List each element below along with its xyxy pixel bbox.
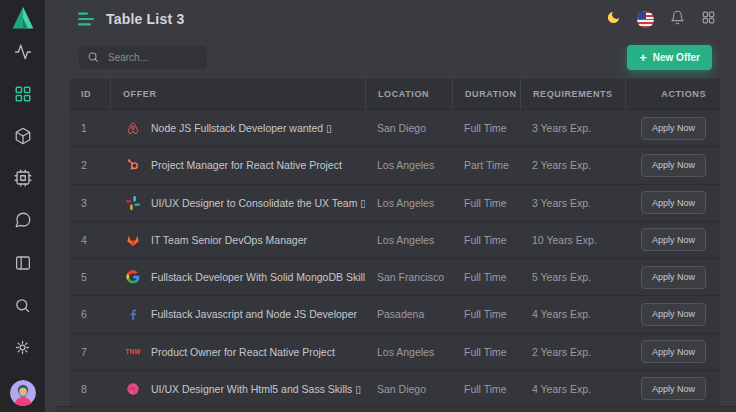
google-icon [125, 269, 141, 285]
sidebar [0, 0, 45, 412]
duration-cell: Full Time [452, 308, 520, 320]
offer-title: Project Manager for React Native Project [151, 159, 342, 171]
table-body: 1 Node JS Fullstack Developer wanted ▯ S… [70, 109, 720, 407]
column-header-duration: DURATION [452, 79, 520, 109]
apply-now-button[interactable]: Apply Now [641, 191, 706, 214]
apply-now-button[interactable]: Apply Now [641, 303, 706, 326]
sidebar-item-layout[interactable] [14, 254, 32, 272]
column-header-requirements: REQUIREMENTS [520, 79, 625, 109]
location-cell: Los Angeles [365, 159, 452, 171]
gitlab-icon [125, 232, 141, 248]
notifications-button[interactable] [670, 10, 685, 29]
language-selector[interactable] [637, 11, 654, 28]
apply-now-button[interactable]: Apply Now [641, 266, 706, 289]
row-id: 3 [70, 197, 110, 209]
table-row: 8 UI/UX Designer With Html5 and Sass Ski… [70, 370, 720, 407]
moon-icon [606, 10, 621, 29]
apply-now-button[interactable]: Apply Now [641, 117, 706, 140]
location-cell: San Diego [365, 122, 452, 134]
sidebar-nav [14, 43, 32, 229]
app-window: Table List 3 [0, 0, 736, 412]
bell-icon [670, 10, 685, 29]
row-id: 4 [70, 234, 110, 246]
search-icon [14, 297, 31, 314]
table-row: 3 UI/UX Designer to Consolidate the UX T… [70, 184, 720, 221]
offer-title: Fullstack Developer With Solid MongoDB S… [151, 271, 365, 283]
offer-title: Node JS Fullstack Developer wanted ▯ [151, 122, 332, 134]
new-offer-label: New Offer [653, 52, 700, 63]
offers-table: ID OFFER LOCATION DURATION REQUIREMENTS … [70, 79, 720, 407]
grid-icon [14, 85, 32, 103]
theme-toggle[interactable] [606, 10, 621, 29]
sidebar-item-components[interactable] [14, 127, 32, 145]
requirements-cell: 10 Years Exp. [520, 234, 625, 246]
search-icon [87, 49, 99, 67]
row-id: 7 [70, 346, 110, 358]
table-row: 6 Fullstack Javascript and Node JS Devel… [70, 295, 720, 332]
row-id: 8 [70, 383, 110, 395]
apps-menu-button[interactable] [701, 10, 716, 29]
topbar: Table List 3 [78, 0, 716, 38]
topbar-actions [606, 10, 716, 29]
apply-now-button[interactable]: Apply Now [641, 340, 706, 363]
table-row: 2 Project Manager for React Native Proje… [70, 146, 720, 183]
us-flag-icon [637, 11, 654, 28]
table-row: 5 Fullstack Developer With Solid MongoDB… [70, 258, 720, 295]
new-offer-button[interactable]: + New Offer [627, 45, 712, 70]
location-cell: Pasadena [365, 308, 452, 320]
apply-now-button[interactable]: Apply Now [641, 377, 706, 400]
duration-cell: Full Time [452, 122, 520, 134]
apps-icon [701, 10, 716, 29]
column-header-offer: OFFER [110, 79, 365, 109]
requirements-cell: 2 Years Exp. [520, 346, 625, 358]
duration-cell: Part Time [452, 159, 520, 171]
search-input[interactable] [106, 51, 199, 64]
apply-now-button[interactable]: Apply Now [641, 154, 706, 177]
location-cell: Los Angeles [365, 234, 452, 246]
location-cell: Los Angeles [365, 346, 452, 358]
chat-icon [14, 211, 32, 229]
cpu-icon [14, 169, 32, 187]
requirements-cell: 2 Years Exp. [520, 159, 625, 171]
activity-icon [14, 43, 32, 61]
table-row: 7 TNW Product Owner for React Native Pro… [70, 333, 720, 370]
duration-cell: Full Time [452, 271, 520, 283]
requirements-cell: 5 Years Exp. [520, 271, 625, 283]
offer-title: Product Owner for React Native Project [151, 346, 335, 358]
hubspot-icon [125, 157, 141, 173]
row-id: 2 [70, 159, 110, 171]
offer-title: UI/UX Designer With Html5 and Sass Skill… [151, 383, 361, 395]
location-cell: San Francisco [365, 271, 452, 283]
apply-now-button[interactable]: Apply Now [641, 228, 706, 251]
sidebar-item-chat[interactable] [14, 211, 32, 229]
offer-title: Fullstack Javascript and Node JS Develop… [151, 308, 357, 320]
row-id: 5 [70, 271, 110, 283]
layout-panel-icon [14, 254, 32, 272]
location-cell: San Diego [365, 383, 452, 395]
sidebar-item-search[interactable] [14, 296, 32, 314]
app-logo[interactable] [9, 5, 37, 35]
page-title: Table List 3 [106, 11, 184, 27]
duration-cell: Full Time [452, 346, 520, 358]
row-id: 1 [70, 122, 110, 134]
footer-bar [57, 406, 736, 412]
sidebar-item-tables[interactable] [14, 85, 32, 103]
duration-cell: Full Time [452, 197, 520, 209]
toolbar: + New Offer [78, 45, 712, 70]
sidebar-item-system[interactable] [14, 169, 32, 187]
sidebar-item-settings[interactable] [14, 338, 32, 356]
requirements-cell: 4 Years Exp. [520, 383, 625, 395]
box-icon [14, 127, 32, 145]
duration-cell: Full Time [452, 383, 520, 395]
column-header-id: ID [70, 79, 110, 109]
user-avatar[interactable] [10, 380, 36, 406]
table-header: ID OFFER LOCATION DURATION REQUIREMENTS … [70, 79, 720, 109]
table-row: 4 IT Team Senior DevOps Manager Los Ange… [70, 221, 720, 258]
sidebar-item-activity[interactable] [14, 43, 32, 61]
location-cell: Los Angeles [365, 197, 452, 209]
row-id: 6 [70, 308, 110, 320]
search-box [78, 45, 208, 70]
facebook-icon [125, 306, 141, 322]
column-header-actions: ACTIONS [625, 79, 720, 109]
menu-toggle[interactable] [78, 12, 95, 26]
